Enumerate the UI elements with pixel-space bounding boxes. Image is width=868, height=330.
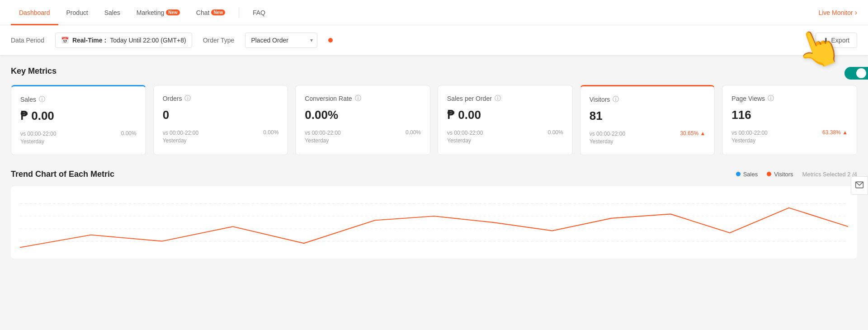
calendar-icon: 📅: [61, 37, 69, 44]
realtime-label: Real-Time :: [72, 37, 106, 44]
sales-info-icon[interactable]: ⓘ: [39, 95, 45, 104]
trend-chart-title: Trend Chart of Each Metric: [11, 170, 114, 179]
main-content: Key Metrics Sales ⓘ ₱ 0.00 vs 00:00-22:0…: [0, 56, 868, 269]
trend-chart-header: Trend Chart of Each Metric Sales Visitor…: [11, 170, 857, 179]
nav-item-faq[interactable]: FAQ: [245, 0, 274, 25]
metric-visitors-title: Visitors: [590, 96, 610, 103]
nav-item-sales-label: Sales: [104, 9, 120, 16]
metrics-grid: Sales ⓘ ₱ 0.00 vs 00:00-22:00 Yesterday …: [11, 85, 857, 155]
order-type-label: Order Type: [203, 37, 235, 44]
legend-visitors-dot: [767, 172, 771, 176]
metric-visitors-value: 81: [590, 109, 706, 123]
metric-card-sales[interactable]: Sales ⓘ ₱ 0.00 vs 00:00-22:00 Yesterday …: [11, 85, 146, 155]
trend-chart-container: [11, 186, 857, 259]
metric-card-orders[interactable]: Orders ⓘ 0 vs 00:00-22:00 Yesterday 0.00…: [153, 85, 288, 155]
export-button[interactable]: ⬇ Export: [816, 33, 857, 48]
key-metrics-title: Key Metrics: [11, 66, 857, 76]
pv-comparison: vs 00:00-22:00 Yesterday: [731, 129, 767, 145]
pv-info-icon[interactable]: ⓘ: [768, 94, 774, 103]
date-value: Today Until 22:00 (GMT+8): [110, 37, 186, 44]
metric-visitors-header: Visitors ⓘ: [590, 95, 706, 104]
spo-info-icon[interactable]: ⓘ: [495, 94, 501, 103]
toggle-switch[interactable]: [844, 67, 868, 80]
visitors-info-icon[interactable]: ⓘ: [613, 95, 619, 104]
metric-sales-value: ₱ 0.00: [20, 109, 137, 123]
download-icon: ⬇: [823, 37, 829, 44]
spo-comparison-period: Yesterday: [447, 137, 483, 145]
nav-divider: [239, 7, 239, 18]
key-metrics-section: Key Metrics Sales ⓘ ₱ 0.00 vs 00:00-22:0…: [11, 66, 857, 155]
metrics-selected-label: Metrics Selected 2 /4: [802, 171, 857, 178]
metric-sales-title: Sales: [20, 96, 36, 103]
nav-item-sales[interactable]: Sales: [96, 0, 128, 25]
metric-card-conversion[interactable]: Conversion Rate ⓘ 0.00% vs 00:00-22:00 Y…: [295, 85, 430, 155]
visitors-comparison-period: Yesterday: [590, 138, 625, 146]
legend-visitors: Visitors: [767, 171, 793, 178]
live-monitor-arrow: ›: [855, 9, 857, 17]
nav-item-faq-label: FAQ: [253, 9, 265, 16]
side-email-icon[interactable]: [851, 176, 868, 195]
metric-spo-footer: vs 00:00-22:00 Yesterday 0.00%: [447, 129, 563, 145]
metric-card-page-views[interactable]: Page Views ⓘ 116 vs 00:00-22:00 Yesterda…: [722, 85, 857, 155]
metric-conversion-header: Conversion Rate ⓘ: [305, 94, 421, 103]
visitors-comparison-time: vs 00:00-22:00: [590, 130, 625, 138]
trend-chart-svg: [20, 195, 848, 250]
live-monitor-label: Live Monitor: [818, 9, 853, 16]
metric-orders-footer: vs 00:00-22:00 Yesterday 0.00%: [163, 129, 279, 145]
orders-change: 0.00%: [263, 129, 278, 136]
orders-info-icon[interactable]: ⓘ: [184, 94, 191, 103]
email-icon: [855, 180, 864, 189]
metric-sales-footer: vs 00:00-22:00 Yesterday 0.00%: [20, 130, 137, 146]
metric-spo-value: ₱ 0.00: [447, 108, 563, 122]
metric-pv-value: 116: [731, 108, 848, 122]
conversion-info-icon[interactable]: ⓘ: [355, 94, 361, 103]
nav-item-marketing-label: Marketing: [137, 9, 164, 16]
nav-item-chat-label: Chat: [196, 9, 210, 16]
visitors-line: [20, 207, 848, 247]
orders-comparison-time: vs 00:00-22:00: [163, 129, 198, 137]
nav-items: Dashboard Product Sales Marketing New Ch…: [11, 0, 818, 25]
conversion-comparison-period: Yesterday: [305, 137, 340, 145]
metric-visitors-footer: vs 00:00-22:00 Yesterday 30.65% ▲: [590, 130, 706, 146]
trend-controls: Sales Visitors Metrics Selected 2 /4: [736, 171, 857, 178]
pv-comparison-period: Yesterday: [731, 137, 767, 145]
chat-badge: New: [211, 9, 225, 15]
metric-spo-title: Sales per Order: [447, 95, 492, 102]
metric-card-sales-per-order[interactable]: Sales per Order ⓘ ₱ 0.00 vs 00:00-22:00 …: [438, 85, 573, 155]
metric-pv-title: Page Views: [731, 95, 765, 102]
conversion-change: 0.00%: [406, 129, 421, 136]
sales-comparison-time: vs 00:00-22:00: [20, 130, 56, 138]
nav-item-dashboard[interactable]: Dashboard: [11, 0, 58, 25]
metric-spo-header: Sales per Order ⓘ: [447, 94, 563, 103]
nav-item-product-label: Product: [66, 9, 88, 16]
nav-item-chat[interactable]: Chat New: [188, 0, 233, 25]
conversion-comparison: vs 00:00-22:00 Yesterday: [305, 129, 340, 145]
nav-item-marketing[interactable]: Marketing New: [128, 0, 188, 25]
metric-pv-footer: vs 00:00-22:00 Yesterday 63.38% ▲: [731, 129, 848, 145]
order-type-select[interactable]: Placed Order Completed Order: [245, 33, 317, 48]
metric-card-visitors[interactable]: Visitors ⓘ 81 vs 00:00-22:00 Yesterday 3…: [580, 85, 715, 155]
sales-comparison-period: Yesterday: [20, 138, 56, 146]
visitors-comparison: vs 00:00-22:00 Yesterday: [590, 130, 625, 146]
metric-conversion-title: Conversion Rate: [305, 95, 352, 102]
trend-legend: Sales Visitors: [736, 171, 793, 178]
filter-bar: Data Period 📅 Real-Time : Today Until 22…: [0, 25, 868, 56]
metric-orders-header: Orders ⓘ: [163, 94, 279, 103]
date-selector[interactable]: 📅 Real-Time : Today Until 22:00 (GMT+8): [55, 33, 192, 48]
visitors-change: 30.65% ▲: [680, 130, 705, 137]
spo-change: 0.00%: [548, 129, 563, 136]
visitors-up-arrow: ▲: [700, 130, 705, 137]
metric-sales-header: Sales ⓘ: [20, 95, 137, 104]
nav-item-product[interactable]: Product: [58, 0, 96, 25]
pv-comparison-time: vs 00:00-22:00: [731, 129, 767, 137]
metric-conversion-footer: vs 00:00-22:00 Yesterday 0.00%: [305, 129, 421, 145]
pv-up-arrow: ▲: [842, 129, 848, 136]
sales-comparison: vs 00:00-22:00 Yesterday: [20, 130, 56, 146]
export-label: Export: [831, 37, 849, 44]
live-monitor-button[interactable]: Live Monitor ›: [818, 9, 857, 17]
legend-sales-label: Sales: [743, 171, 758, 178]
metric-pv-header: Page Views ⓘ: [731, 94, 848, 103]
pv-change: 63.38% ▲: [822, 129, 848, 136]
data-period-label: Data Period: [11, 37, 44, 44]
marketing-badge: New: [166, 9, 180, 15]
